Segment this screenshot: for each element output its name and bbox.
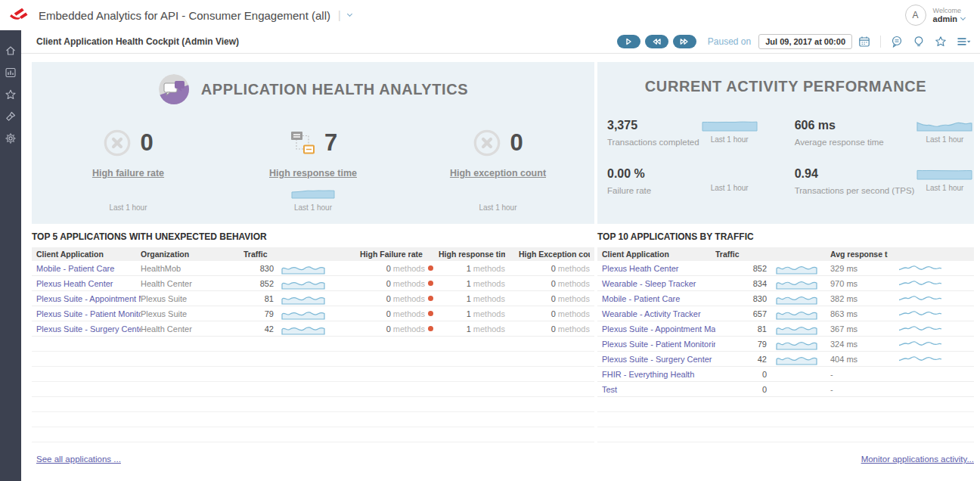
application-link[interactable]: Plexus Heath Center [602, 264, 679, 273]
traffic-cell: 81 [715, 324, 767, 334]
title-dropdown-chevron-icon[interactable] [347, 11, 352, 17]
traffic-sparkline [767, 322, 821, 335]
application-link[interactable]: Plexus Suite - Patient Monitoring [602, 340, 715, 349]
application-link[interactable]: Plexus Heath Center [36, 279, 113, 288]
metric-period: Last 1 hour [926, 184, 963, 192]
metric-value: 0.00 % [607, 167, 651, 181]
organization-cell: HealthMob [141, 264, 243, 273]
organization-cell: Plexus Suite [141, 309, 243, 318]
avg-response-cell: 329 ms [821, 264, 888, 273]
alert-dot-icon [428, 296, 433, 301]
col-high-failure-rate: High Failure rate [346, 250, 425, 259]
paused-status: Paused on [708, 36, 751, 47]
application-link[interactable]: Plexus Suite - Patient Monitorin [36, 309, 141, 318]
home-icon[interactable] [5, 45, 17, 57]
favorite-star-icon[interactable] [935, 36, 947, 48]
exception-cell: 0methods [505, 279, 590, 288]
unexpected-behavior-table: TOP 5 APPLICATIONS WITH UNEXPECTED BEHAV… [32, 231, 594, 442]
see-all-applications-link[interactable]: See all applications ... [36, 455, 121, 464]
col-high-response-time: High response time [425, 250, 505, 259]
metric-value: 606 ms [795, 119, 884, 132]
col-traffic: Traffic [715, 250, 767, 259]
alert-dot-icon [428, 281, 433, 286]
table-title: TOP 10 APPLICATIONS BY TRAFFIC [597, 231, 974, 242]
fast-forward-button[interactable] [673, 35, 696, 48]
high-response-time-metric: 7 High response time Last 1 hour [247, 125, 380, 212]
monitor-applications-activity-link[interactable]: Monitor applications activity... [861, 455, 974, 464]
application-link[interactable]: Test [602, 385, 617, 394]
traffic-sparkline [274, 292, 346, 305]
traffic-sparkline [274, 307, 346, 320]
application-link[interactable]: Plexus Suite - Surgery Center [602, 355, 712, 364]
application-link[interactable]: Plexus Suite - Appointment Mar [36, 294, 141, 303]
settings-gear-icon[interactable] [5, 132, 17, 144]
alert-dot-icon [428, 265, 433, 271]
col-client-application: Client Application [36, 250, 141, 259]
application-health-panel: APPLICATION HEALTH ANALYTICS 0 High fail… [32, 62, 594, 224]
traffic-cell: 79 [243, 309, 274, 318]
traffic-cell: 834 [715, 279, 767, 288]
rewind-button[interactable] [645, 35, 668, 48]
response-sparkline [888, 292, 951, 305]
traffic-sparkline [767, 352, 821, 365]
menu-icon[interactable] [957, 36, 971, 48]
avg-response-cell: 382 ms [821, 294, 888, 303]
application-link[interactable]: Wearable - Activity Tracker [602, 309, 701, 318]
exception-cell: 0methods [505, 264, 590, 273]
current-activity-panel: CURRENT ACTIVITY PERFORMANCE 3,375 Trans… [597, 62, 974, 224]
traffic-cell: 852 [715, 264, 767, 273]
exception-cell: 0methods [505, 324, 590, 334]
organization-cell: Health Center [141, 279, 243, 288]
hierarchy-icon [289, 129, 316, 157]
response-cell: 1methods [425, 294, 505, 303]
application-link[interactable]: Mobile - Patient Care [602, 294, 680, 303]
application-link[interactable]: Wearable - Sleep Tracker [602, 279, 696, 288]
high-exception-count-link[interactable]: High exception count [450, 168, 546, 178]
high-failure-rate-metric: 0 High failure rate Last 1 hour [62, 125, 194, 212]
tps-sparkline [916, 167, 972, 180]
application-link[interactable]: FHIR - Everything Health [602, 370, 694, 379]
response-sparkline [888, 307, 951, 320]
table-row: Wearable - Sleep Tracker 834 970 ms [597, 276, 974, 291]
high-failure-rate-link[interactable]: High failure rate [92, 168, 164, 178]
response-cell: 1methods [425, 264, 505, 273]
avg-response-cell: - [821, 370, 888, 379]
cockpit-toolbar: Client Application Health Cockpit (Admin… [21, 30, 980, 54]
flashlight-icon[interactable] [5, 110, 17, 123]
application-link[interactable]: Mobile - Patient Care [36, 264, 114, 273]
avg-response-cell: - [821, 385, 888, 394]
date-input[interactable]: Jul 09, 2017 at 00:00 [758, 34, 852, 49]
traffic-cell: 0 [715, 370, 767, 379]
metric-label: Average response time [795, 138, 884, 147]
traffic-sparkline [767, 277, 821, 290]
response-sparkline [888, 322, 951, 335]
metric-period: Last 1 hour [479, 203, 516, 212]
table-row: Mobile - Patient Care HealthMob 830 0met… [32, 261, 594, 276]
organization-cell: Health Center [141, 324, 243, 334]
col-high-exception-count: High Exception count [505, 250, 590, 259]
metric-label: Failure rate [607, 186, 651, 195]
favorites-star-icon[interactable] [5, 88, 17, 101]
reports-icon[interactable] [5, 67, 17, 79]
play-button[interactable] [617, 35, 640, 48]
traffic-sparkline [767, 337, 821, 350]
avatar[interactable]: A [905, 5, 926, 26]
alert-dot-icon [428, 326, 433, 331]
response-cell: 1methods [425, 309, 505, 318]
lightbulb-icon[interactable] [913, 36, 925, 48]
comment-icon[interactable] [891, 36, 903, 48]
table-body: Plexus Heath Center 852 329 ms Wearable … [597, 261, 974, 397]
application-link[interactable]: Plexus Suite - Surgery Center [36, 324, 141, 334]
calendar-icon[interactable] [858, 36, 870, 48]
user-menu[interactable]: Welcome admin [933, 7, 965, 23]
response-time-sparkline [291, 183, 335, 199]
avg-response-cell: 324 ms [821, 340, 888, 349]
application-link[interactable]: Plexus Suite - Appointment Mana [602, 324, 715, 334]
exception-cell: 0methods [505, 309, 590, 318]
response-cell: 1methods [425, 279, 505, 288]
metric-label: Transactions completed [607, 138, 699, 147]
empty-rows [597, 397, 974, 442]
high-response-time-link[interactable]: High response time [269, 168, 357, 178]
user-dropdown-chevron-icon[interactable] [960, 15, 966, 20]
response-sparkline [888, 262, 951, 275]
